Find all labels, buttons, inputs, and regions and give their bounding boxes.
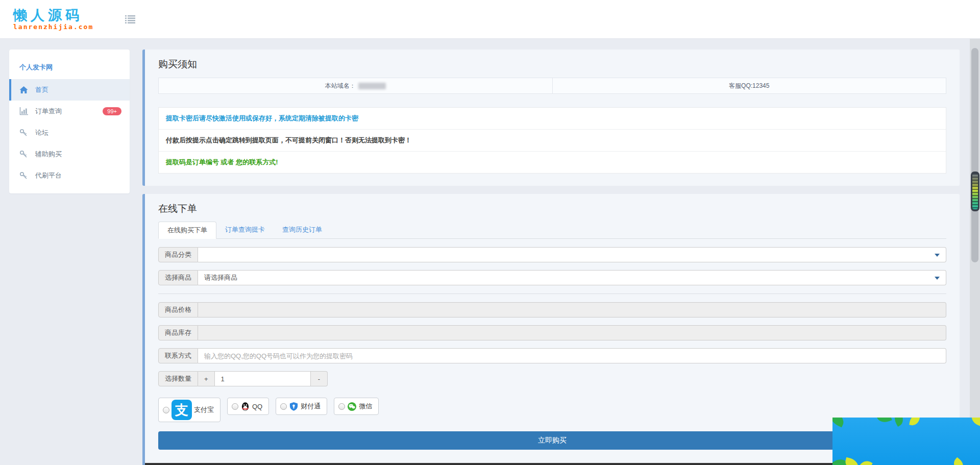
product-select-value: 请选择商品	[204, 273, 237, 282]
payment-option-tenpay[interactable]: 财付通	[276, 398, 327, 415]
leaf-decoration	[892, 418, 906, 427]
quantity-field-wrap	[215, 371, 311, 386]
tab-order-query-card[interactable]: 订单查询提卡	[216, 222, 274, 239]
payment-label: 支付宝	[194, 405, 214, 414]
quantity-row: 选择数量 + -	[158, 371, 328, 386]
scrollbar-thumb[interactable]	[971, 48, 978, 262]
radio-icon[interactable]	[280, 403, 287, 410]
tenpay-icon	[289, 402, 299, 411]
contact-input[interactable]	[204, 352, 940, 360]
leaf-decoration	[857, 458, 872, 465]
leaf-decoration	[950, 457, 966, 465]
payment-label: 财付通	[301, 402, 321, 411]
key-icon	[19, 150, 29, 158]
sidebar-item-forum[interactable]: 论坛	[9, 122, 130, 143]
order-form-panel: 商品分类 选择商品 请选择商品 商品价格 商品库存	[158, 239, 946, 465]
quantity-input[interactable]	[221, 375, 304, 383]
payment-option-wechat[interactable]: 微信	[334, 398, 379, 415]
category-row: 商品分类	[158, 247, 946, 262]
site-domain-cell: 本站域名：	[159, 78, 552, 93]
sidebar-header: 个人发卡网	[9, 50, 130, 79]
sidebar-item-label: 订单查询	[35, 107, 62, 116]
site-domain-redacted-value	[358, 83, 386, 89]
chevron-down-icon	[935, 277, 940, 280]
leaf-decoration	[844, 457, 861, 465]
form-divider	[158, 293, 946, 294]
price-row: 商品价格	[158, 302, 946, 317]
home-icon	[19, 86, 29, 94]
payment-label: 微信	[359, 402, 372, 411]
sidebar-item-order-query[interactable]: 订单查询 99+	[9, 101, 130, 122]
scroll-progress-widget[interactable]	[971, 172, 979, 211]
stock-row: 商品库存	[158, 325, 946, 340]
sidebar-item-label: 辅助购买	[35, 150, 62, 159]
leaf-decoration	[969, 418, 980, 427]
qq-icon	[240, 402, 250, 411]
category-label: 商品分类	[158, 247, 198, 262]
radio-icon[interactable]	[163, 407, 169, 413]
bar-chart-icon	[19, 107, 29, 115]
sidebar-item-assist-buy[interactable]: 辅助购买	[9, 143, 130, 165]
stock-label: 商品库存	[158, 325, 198, 340]
site-info-row: 本站域名： 客服QQ:12345	[158, 78, 946, 94]
payment-label: QQ	[252, 403, 262, 410]
key-icon	[19, 129, 29, 137]
list-menu-icon	[125, 15, 136, 24]
price-label: 商品价格	[158, 302, 198, 317]
quantity-increase-button[interactable]: +	[198, 371, 215, 386]
stock-field	[198, 325, 946, 340]
notice-item: 提取卡密后请尽快激活使用或保存好，系统定期清除被提取的卡密	[159, 108, 946, 129]
logo-subtitle: lanrenzhijia.com	[13, 23, 93, 31]
alipay-icon: 支	[172, 400, 192, 420]
sidebar-item-home[interactable]: 首页	[9, 79, 130, 101]
logo-title: 懒人源码	[13, 8, 93, 22]
sidebar-item-label: 代刷平台	[35, 171, 62, 180]
main-content: 购买须知 本站域名： 客服QQ:12345 提取卡密后请尽快激活使用或保存好，系…	[142, 50, 960, 465]
sidebar: 个人发卡网 首页 订单查询 99+ 论坛	[9, 50, 130, 193]
online-order-title: 在线下单	[158, 202, 946, 215]
quantity-label: 选择数量	[158, 371, 198, 386]
contact-label: 联系方式	[158, 348, 198, 363]
chevron-down-icon	[935, 254, 940, 257]
service-qq-text: 客服QQ:12345	[729, 82, 769, 90]
product-row: 选择商品 请选择商品	[158, 270, 946, 285]
radio-icon[interactable]	[338, 403, 345, 410]
purchase-notice-title: 购买须知	[158, 58, 946, 71]
key-icon	[19, 172, 29, 180]
site-logo[interactable]: 懒人源码 lanrenzhijia.com	[13, 8, 93, 31]
leaf-decoration	[909, 418, 920, 426]
buy-now-button[interactable]: 立即购买	[158, 431, 946, 450]
category-select[interactable]	[198, 247, 946, 262]
payment-option-qq[interactable]: QQ	[227, 398, 269, 415]
tab-online-buy[interactable]: 在线购买下单	[158, 222, 216, 239]
scroll-progress-stripes	[972, 174, 978, 209]
price-field	[198, 302, 946, 317]
product-select[interactable]: 请选择商品	[198, 270, 946, 285]
notice-item: 提取码是订单编号 或者 您的联系方式!	[159, 151, 946, 173]
wechat-icon	[347, 402, 357, 411]
notice-item: 付款后按提示点击确定跳转到提取页面，不可提前关闭窗口！否则无法提取到卡密！	[159, 129, 946, 151]
contact-row: 联系方式	[158, 348, 946, 363]
radio-icon[interactable]	[232, 403, 238, 410]
purchase-notice-card: 购买须知 本站域名： 客服QQ:12345 提取卡密后请尽快激活使用或保存好，系…	[142, 50, 960, 186]
payment-options: 支 支付宝 QQ	[158, 398, 946, 422]
promo-ad-overlay[interactable]	[832, 418, 980, 465]
contact-field-wrap	[198, 348, 946, 363]
order-tabs: 在线购买下单 订单查询提卡 查询历史订单	[158, 222, 946, 239]
service-qq-cell: 客服QQ:12345	[552, 78, 946, 93]
leaf-decoration	[832, 418, 846, 427]
leaf-decoration	[876, 418, 892, 425]
sidebar-item-daishua-platform[interactable]: 代刷平台	[9, 165, 130, 186]
site-domain-label: 本站域名：	[325, 82, 356, 90]
top-bar: 懒人源码 lanrenzhijia.com	[0, 0, 980, 39]
quantity-decrease-button[interactable]: -	[311, 371, 328, 386]
order-count-badge: 99+	[103, 107, 121, 115]
sidebar-toggle-button[interactable]	[124, 14, 137, 25]
tab-history-orders[interactable]: 查询历史订单	[274, 222, 331, 239]
product-label: 选择商品	[158, 270, 198, 285]
sidebar-item-label: 首页	[35, 85, 48, 94]
page-scrollbar[interactable]	[970, 39, 980, 465]
notice-list: 提取卡密后请尽快激活使用或保存好，系统定期清除被提取的卡密 付款后按提示点击确定…	[158, 107, 946, 174]
sidebar-item-label: 论坛	[35, 128, 48, 137]
payment-option-alipay[interactable]: 支 支付宝	[158, 398, 220, 422]
